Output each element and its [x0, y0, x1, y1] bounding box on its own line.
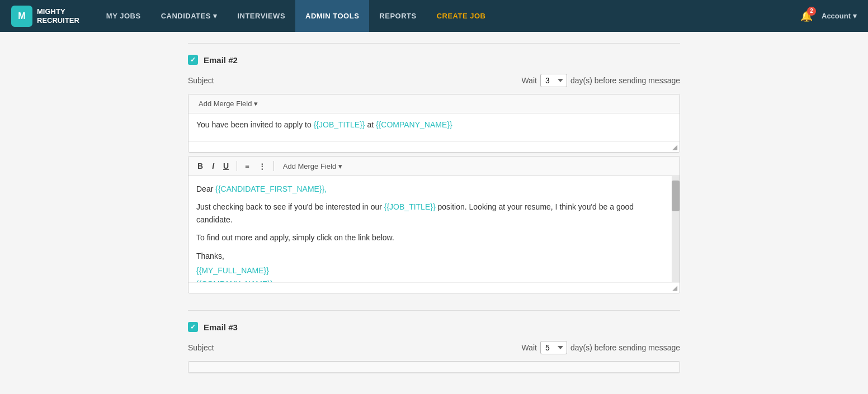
unordered-list-icon: ⋮	[258, 162, 266, 170]
email2-section: Email #2 Subject Wait 3 1 2 4 5 7 10 14 …	[188, 55, 680, 293]
email3-checkbox[interactable]	[188, 322, 198, 332]
nav-item-create-job[interactable]: CREATE JOB	[427, 0, 496, 32]
main-content: Email #2 Subject Wait 3 1 2 4 5 7 10 14 …	[166, 32, 702, 394]
email2-header: Email #2	[188, 55, 680, 65]
email3-section: Email #3 Subject Wait 5 1 2 3 4 7 10 14 …	[188, 310, 680, 373]
ordered-list-button[interactable]: ≡	[242, 160, 253, 172]
email2-body-resize: ◢	[188, 282, 680, 293]
unordered-list-button[interactable]: ⋮	[255, 160, 269, 172]
candidates-dropdown-icon: ▾	[213, 12, 218, 20]
email3-wait-select[interactable]: 5 1 2 3 4 7 10 14	[540, 341, 567, 354]
email2-body-content[interactable]: Dear {{CANDIDATE_FIRST_NAME}}, Just chec…	[188, 176, 680, 282]
account-dropdown-icon: ▾	[853, 12, 857, 20]
email2-subject-box: Add Merge Field ▾ You have been invited …	[188, 94, 680, 153]
email3-wait-suffix: day(s) before sending message	[570, 343, 680, 352]
resize-icon: ◢	[672, 143, 677, 151]
italic-button[interactable]: I	[209, 160, 218, 172]
email2-subject-row: Subject Wait 3 1 2 4 5 7 10 14 day(s) be…	[188, 74, 680, 87]
email2-subject-resize: ◢	[188, 141, 680, 152]
body-dear-text: Dear	[196, 184, 215, 193]
section-divider-top	[188, 43, 680, 44]
body-company-merge: {{COMPANY_NAME}}	[196, 279, 273, 282]
body-thanks-text: Thanks,	[196, 251, 224, 260]
email2-wait-select[interactable]: 3 1 2 4 5 7 10 14	[540, 74, 567, 87]
body-resize-icon: ◢	[672, 284, 677, 292]
email2-subject-merge-btn[interactable]: Add Merge Field ▾	[194, 98, 262, 110]
email2-subject-content[interactable]: You have been invited to apply to {{JOB_…	[188, 113, 680, 141]
navbar: M MIGHTY RECRUITER MY JOBS CANDIDATES ▾ …	[0, 0, 868, 32]
email2-title: Email #2	[204, 55, 238, 65]
scrollbar-thumb[interactable]	[672, 181, 680, 211]
ordered-list-icon: ≡	[245, 162, 249, 170]
email2-wait-suffix: day(s) before sending message	[570, 76, 680, 85]
email3-subject-row: Subject Wait 5 1 2 3 4 7 10 14 day(s) be…	[188, 341, 680, 354]
email3-subject-box	[188, 361, 680, 373]
logo-text: MIGHTY RECRUITER	[37, 7, 79, 25]
nav-right: 🔔 2 Account ▾	[800, 10, 857, 22]
account-button[interactable]: Account ▾	[822, 12, 857, 20]
email2-body-container: B I U ≡ ⋮ Add Merge Field ▾	[188, 156, 680, 293]
body-line3-text: To find out more and apply, simply click…	[196, 233, 394, 242]
section-divider-email3	[188, 310, 680, 311]
email2-body-merge-btn[interactable]: Add Merge Field ▾	[279, 160, 347, 172]
email2-body-area-wrapper: Dear {{CANDIDATE_FIRST_NAME}}, Just chec…	[188, 176, 680, 282]
bold-button[interactable]: B	[194, 160, 206, 172]
email3-subject-box-bottom	[188, 362, 680, 373]
email2-subject-label: Subject	[188, 76, 221, 85]
email3-subject-label: Subject	[188, 343, 221, 352]
email3-header: Email #3	[188, 322, 680, 332]
body-line2-text: Just checking back to see if you'd be in…	[196, 202, 382, 211]
nav-item-admin-tools[interactable]: ADMIN TOOLS	[295, 0, 369, 32]
email3-wait-label: Wait	[521, 343, 536, 352]
email3-title: Email #3	[204, 322, 238, 332]
subject-merge-dropdown-icon: ▾	[254, 99, 258, 108]
logo[interactable]: M MIGHTY RECRUITER	[11, 6, 79, 27]
nav-item-interviews[interactable]: INTERVIEWS	[227, 0, 295, 32]
underline-button[interactable]: U	[220, 160, 232, 172]
toolbar-divider2	[273, 161, 274, 171]
email3-wait-group: Wait 5 1 2 3 4 7 10 14 day(s) before sen…	[521, 341, 680, 354]
nav-item-reports[interactable]: REPORTS	[369, 0, 426, 32]
email2-wait-group: Wait 3 1 2 4 5 7 10 14 day(s) before sen…	[521, 74, 680, 87]
nav-item-candidates[interactable]: CANDIDATES ▾	[151, 0, 228, 32]
scrollbar-track[interactable]	[672, 176, 680, 282]
nav-item-my-jobs[interactable]: MY JOBS	[96, 0, 151, 32]
logo-icon: M	[11, 6, 32, 27]
email2-subject-toolbar: Add Merge Field ▾	[188, 94, 680, 113]
email2-wait-label: Wait	[521, 76, 536, 85]
nav-items: MY JOBS CANDIDATES ▾ INTERVIEWS ADMIN TO…	[96, 0, 800, 32]
email2-checkbox[interactable]	[188, 55, 198, 65]
notification-badge: 2	[807, 7, 816, 16]
email2-subject-merge1: {{JOB_TITLE}}	[314, 120, 365, 129]
body-merge-dropdown-icon: ▾	[338, 162, 342, 170]
body-name-merge: {{MY_FULL_NAME}}	[196, 266, 269, 275]
email2-subject-merge2: {{COMPANY_NAME}}	[376, 120, 452, 129]
notification-button[interactable]: 🔔 2	[800, 10, 813, 22]
toolbar-divider1	[237, 161, 237, 171]
email2-body-toolbar: B I U ≡ ⋮ Add Merge Field ▾	[188, 156, 680, 176]
body-candidate-merge: {{CANDIDATE_FIRST_NAME}},	[215, 184, 327, 193]
body-job-merge: {{JOB_TITLE}}	[384, 202, 436, 211]
